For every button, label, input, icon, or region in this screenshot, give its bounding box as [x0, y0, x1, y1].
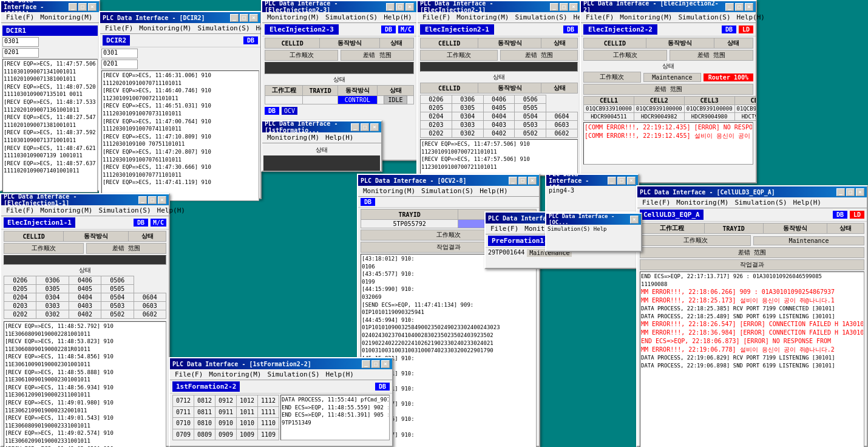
dcir2-minimize[interactable]: _: [230, 14, 239, 22]
elecInj2-1-maximize[interactable]: □: [560, 3, 568, 11]
dcir2-close[interactable]: ×: [249, 14, 258, 22]
dcir2-field2[interactable]: 0201: [101, 60, 138, 69]
cellULD3-menu-file[interactable]: File(F): [640, 198, 673, 207]
formation2-2-menu-monitoring[interactable]: Monitoring(M): [206, 370, 263, 379]
cellULD3-menu-simulation[interactable]: Simulation(S): [732, 198, 789, 207]
cellULD3-maintenance: Maintenance: [753, 236, 864, 245]
elecInj1-1-maximize[interactable]: □: [148, 196, 157, 204]
ocv-trayid-hdr: TRAYID: [361, 210, 458, 220]
ocv2-8-menu-help[interactable]: Help(H): [477, 186, 510, 196]
elecInj2-2-menu-help[interactable]: Help(H): [734, 13, 767, 22]
col-cellid-21: CELLID: [421, 38, 478, 49]
elecInj1-1-menu-simulation[interactable]: Simulation(S): [96, 206, 153, 215]
elecInj2-2-titlebar: PLC Data Interface - [ElecInjection2-2] …: [581, 1, 756, 12]
preforma-menu-file[interactable]: File(F): [488, 224, 521, 233]
elecInj2-3-close[interactable]: ×: [405, 3, 414, 11]
elecInj2-2-minimize[interactable]: _: [725, 3, 734, 11]
formation2-2-minimize[interactable]: _: [362, 360, 370, 368]
work-order-label: 工作顺次: [265, 50, 338, 61]
elecInj2-1-menu-simulation[interactable]: Simulation(S): [512, 13, 569, 22]
cellULD3-result-label: 작업결과: [640, 259, 864, 270]
formation2-2-menu-simulation[interactable]: Simulation(S): [265, 370, 322, 379]
elecInj2-1-grid: CELLID 동작방식 상태: [420, 83, 578, 94]
elecInj2-2-close[interactable]: ×: [745, 3, 753, 11]
elecInj2-3-maximize[interactable]: □: [396, 3, 404, 11]
elecInj2-3-minimize[interactable]: _: [386, 3, 395, 11]
elecInj2-3-menu-simulation[interactable]: Simulation(S): [323, 13, 380, 22]
dcir1-minimize[interactable]: _: [69, 3, 77, 11]
cell-0504: 0504: [515, 112, 546, 121]
elecInj2-1-menu-file[interactable]: File(F): [420, 13, 453, 22]
pinging4-3-minimize[interactable]: _: [608, 177, 616, 185]
dcir1-maximize[interactable]: □: [78, 3, 87, 11]
cellULD3-minimize[interactable]: _: [836, 188, 845, 196]
dcir2-menu-file[interactable]: File(F): [103, 24, 135, 33]
dcir2-menu-simulation[interactable]: Simulation(S): [195, 24, 252, 33]
formation2-2-close[interactable]: ×: [381, 360, 390, 368]
col-status-cell: 상태: [827, 224, 864, 234]
cellULD3-menu-help[interactable]: Help(H): [791, 198, 824, 207]
formation1-titlebar: PLC Data Interface - [1stFormatio... _ □…: [262, 121, 381, 132]
elecInj1-1-menu-file[interactable]: File(F): [4, 206, 36, 215]
formation2-2-menu-file[interactable]: File(F): [172, 370, 205, 379]
elecInj1-1-menu-monitoring[interactable]: Monitoring(M): [38, 206, 95, 215]
dcir1-field2[interactable]: 0201: [2, 48, 39, 58]
ocv2-8-menu-simulation[interactable]: Simulation(S): [419, 186, 476, 196]
elecInj2-1-status-frame: [420, 62, 578, 72]
cellULD3-close[interactable]: ×: [856, 188, 864, 196]
elecInj2-1-minimize[interactable]: _: [550, 3, 558, 11]
dcir2-window: PLC Data Interface - [DCIR2] _ □ × File(…: [99, 11, 262, 199]
elecInj2-3-title: PLC Data Interface - [ElecInjection2-3]: [265, 0, 386, 13]
elecInj2-1-data: 02060306 04060506 02050305 04050505 0204…: [420, 95, 578, 138]
elecInj1-1-close[interactable]: ×: [158, 196, 166, 204]
pinging4-3-close[interactable]: ×: [627, 177, 636, 185]
elecInj2-2-menu-simulation[interactable]: Simulation(S): [676, 13, 733, 22]
elecInj2-2-menu-file[interactable]: File(F): [583, 13, 616, 22]
pinging4-3-maximize[interactable]: □: [617, 177, 626, 185]
elecInj2-3-db-badge2: DB: [265, 107, 279, 115]
formation2-2-menu-help[interactable]: Help(H): [324, 370, 356, 379]
cellULD3-menu-monitoring[interactable]: Monitoring(M): [674, 198, 731, 207]
elecInj1-1-menu-help[interactable]: Help(H): [155, 206, 188, 215]
formation2-2-maximize[interactable]: □: [371, 360, 380, 368]
formation1-menubar: Monitoring(M) Help(H): [262, 132, 381, 143]
elecInj2-3-menu-help[interactable]: Help(H): [381, 13, 414, 22]
formation2-2-section-label: 1stFormation2-2: [172, 381, 240, 392]
col-status2-hdr: 상태: [541, 83, 578, 94]
cell-0304: 0304: [452, 112, 483, 121]
elecInj2-3-menu-monitoring[interactable]: Monitoring(M): [265, 13, 322, 22]
dcir1-field1[interactable]: 0301: [2, 37, 39, 47]
col-work-process: 工作工程: [265, 86, 303, 96]
dcir1-close[interactable]: ×: [88, 3, 97, 11]
ocv2-8-maximize[interactable]: □: [518, 177, 527, 185]
formation1-menu-monitoring[interactable]: Monitoring(M): [265, 133, 322, 142]
ocv2-8-minimize[interactable]: _: [509, 177, 517, 185]
work-order-22: 工作顺次: [583, 50, 667, 61]
formation1-menu-help[interactable]: Help(H): [323, 133, 356, 142]
dcir2-menu-monitoring[interactable]: Monitoring(M): [137, 24, 194, 33]
cellULD3-maximize[interactable]: □: [846, 188, 855, 196]
formation1-state-label: 상태: [263, 146, 380, 154]
ocv2-8-close[interactable]: ×: [528, 177, 537, 185]
cell-0204: 0204: [421, 112, 452, 121]
ocv2-8-toolbar: DB: [358, 197, 539, 208]
formation1-close[interactable]: ×: [370, 123, 379, 131]
formation1-minimize[interactable]: _: [351, 123, 359, 131]
elecInj2-2-status-label: 상태: [583, 62, 753, 70]
dcir1-menu-monitoring[interactable]: Monitoring(M): [38, 13, 95, 22]
dcir1-log: [RECV EQP=>ECS, 11:47:57.506] 910 111030…: [2, 59, 98, 193]
elecInj1-1-minimize[interactable]: _: [138, 196, 147, 204]
elecInj2-2-menu-monitoring[interactable]: Monitoring(M): [617, 13, 674, 22]
elecInj2-2-maximize[interactable]: □: [735, 3, 744, 11]
oc-partial-close[interactable]: ×: [630, 216, 639, 224]
elecInj2-2-db-badge: DB: [722, 26, 736, 33]
formation1-maximize[interactable]: □: [361, 123, 369, 131]
elecInj2-1-menu-monitoring[interactable]: Monitoring(M): [454, 13, 511, 22]
dcir2-field1[interactable]: 0301: [101, 49, 138, 58]
dcir1-menu-file[interactable]: File(F): [4, 13, 36, 22]
col-action-21: 동작방식: [478, 38, 541, 49]
error-range-21: 差错 范围: [500, 50, 578, 61]
elecInj2-1-close[interactable]: ×: [569, 3, 578, 11]
ocv2-8-menu-monitoring[interactable]: Monitoring(M): [361, 186, 418, 196]
dcir2-maximize[interactable]: □: [240, 14, 248, 22]
